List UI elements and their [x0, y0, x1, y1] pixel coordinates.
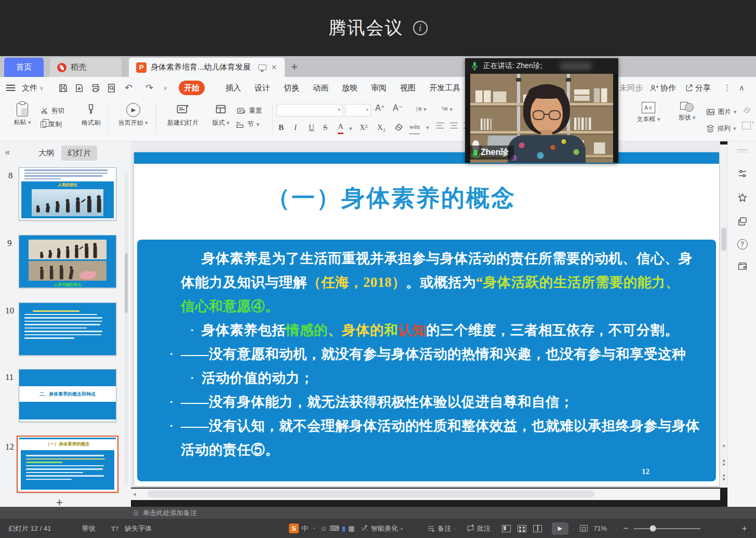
- tab-outline[interactable]: 大纲: [32, 146, 60, 161]
- slide-thumbnail-12-selected[interactable]: （一）身体素养的概念: [17, 436, 118, 493]
- textbox-button[interactable]: A≡ 文本框 ▾: [630, 102, 667, 124]
- clear-format-button[interactable]: [394, 122, 404, 133]
- horizontal-scrollbar[interactable]: ◂: [131, 489, 720, 500]
- arrange-button[interactable]: 排列▾: [706, 122, 736, 135]
- bold-button[interactable]: B: [278, 121, 284, 134]
- new-tab-button[interactable]: +: [291, 60, 298, 74]
- cut-button[interactable]: 剪切: [41, 104, 64, 117]
- picture-button[interactable]: 图片▾: [706, 105, 737, 119]
- align-center-button[interactable]: [450, 123, 458, 130]
- horizontal-scrollbar-thumb[interactable]: [148, 491, 594, 497]
- menu-tab-transition[interactable]: 切换: [278, 81, 304, 95]
- more-options-icon[interactable]: ⋮: [723, 77, 731, 99]
- fit-window-button[interactable]: [580, 519, 588, 538]
- beautify-button[interactable]: 智能美化 ▴: [361, 519, 403, 538]
- reset-button[interactable]: 重置: [236, 104, 262, 117]
- vertical-scrollbar[interactable]: [720, 145, 727, 488]
- subscript-button[interactable]: X₂: [377, 121, 386, 134]
- paste-button[interactable]: 粘贴 ▾: [7, 103, 37, 127]
- play-current-button[interactable]: ▶ 当页开始 ▾: [112, 103, 154, 127]
- comments-button[interactable]: 批注: [467, 519, 490, 538]
- section-button[interactable]: 节▾: [236, 117, 262, 131]
- zoom-out-button[interactable]: −: [624, 519, 629, 538]
- video-call-overlay[interactable]: 正在讲话: Zhen珍;: [465, 58, 618, 163]
- hamburger-icon[interactable]: [6, 77, 15, 99]
- panel-scrollbar-thumb[interactable]: [125, 253, 128, 313]
- more-chevron-icon[interactable]: ∨: [163, 77, 167, 99]
- duplicate-window-icon[interactable]: [728, 216, 756, 229]
- pinyin-chevron[interactable]: ▾: [426, 121, 429, 134]
- tab-home[interactable]: 首页: [4, 58, 44, 77]
- superscript-button[interactable]: X²: [360, 121, 367, 134]
- resource-box-icon[interactable]: [728, 261, 756, 273]
- scroll-down-icon[interactable]: ▾: [720, 443, 727, 449]
- zoom-level[interactable]: 71%: [593, 519, 607, 538]
- font-size-select[interactable]: [345, 104, 371, 116]
- font-color-button[interactable]: A: [338, 121, 343, 134]
- fill-bucket-icon[interactable]: [742, 105, 752, 115]
- format-painter-button[interactable]: 格式刷: [76, 103, 106, 127]
- tab-docer[interactable]: 稻壳: [50, 58, 122, 77]
- vertical-scrollbar-thumb[interactable]: [721, 228, 726, 251]
- properties-sliders-icon[interactable]: [728, 168, 756, 181]
- menu-tab-slideshow[interactable]: 放映: [337, 81, 363, 95]
- theme-name[interactable]: 带状: [82, 519, 96, 538]
- slide-canvas[interactable]: （一）身体素养的概念 身体素养是为了生活而重视并承担参与身体活动的责任所需要的动…: [134, 152, 719, 486]
- italic-button[interactable]: I: [294, 121, 297, 134]
- numbered-list-button[interactable]: ¹≡ ▾: [442, 105, 453, 113]
- menu-tab-design[interactable]: 设计: [249, 81, 275, 95]
- underline-button[interactable]: U: [309, 121, 314, 134]
- new-slide-button[interactable]: 新建幻灯片: [160, 103, 206, 127]
- slide-thumbnail-10[interactable]: [19, 303, 116, 356]
- expand-arrow-icon[interactable]: ›: [752, 119, 754, 126]
- redo-button[interactable]: ↷: [145, 77, 153, 99]
- ime-skin-icon[interactable]: ▮: [342, 524, 346, 532]
- print-preview-button[interactable]: [107, 77, 116, 99]
- bullet-list-button[interactable]: ⁝≡ ▾: [416, 105, 427, 113]
- layout-button[interactable]: 版式 ▾: [207, 103, 235, 127]
- ime-keyboard-icon[interactable]: ⌨: [329, 524, 339, 532]
- strikethrough-button[interactable]: S: [323, 121, 327, 134]
- view-sorter-button[interactable]: [518, 519, 526, 538]
- decrease-font-button[interactable]: A⁻: [393, 103, 403, 113]
- share-button[interactable]: 分享: [685, 77, 711, 99]
- info-icon[interactable]: i: [413, 21, 428, 35]
- menu-tab-view[interactable]: 视图: [395, 81, 421, 95]
- shapes-button[interactable]: 形状 ▾: [670, 102, 704, 122]
- view-normal-button[interactable]: [502, 519, 511, 538]
- scroll-left-icon[interactable]: ◂: [133, 491, 136, 497]
- next-slide-button[interactable]: ▾▾: [720, 474, 727, 481]
- previous-slide-button[interactable]: ▴▴: [720, 458, 727, 466]
- export-button[interactable]: [74, 77, 84, 99]
- ime-punctuation-icon[interactable]: ・: [311, 524, 317, 533]
- font-color-chevron[interactable]: ▾: [349, 122, 352, 135]
- tab-close-icon[interactable]: ×: [272, 62, 277, 73]
- missing-font-label[interactable]: 缺失字体: [125, 519, 152, 538]
- collapse-ribbon-icon[interactable]: ∧: [739, 77, 745, 99]
- cast-monitor-icon[interactable]: [258, 64, 267, 70]
- view-reading-button[interactable]: [533, 519, 542, 538]
- menu-tab-animation[interactable]: 动画: [308, 81, 334, 95]
- menu-tab-devtools[interactable]: 开发工具: [424, 81, 466, 95]
- copy-button[interactable]: 复制: [41, 117, 64, 131]
- panel-scrollbar[interactable]: [125, 173, 128, 484]
- collaborate-button[interactable]: 协作: [649, 77, 676, 99]
- slideshow-play-button[interactable]: ▶: [552, 519, 568, 538]
- tab-slides[interactable]: 幻灯片: [61, 146, 97, 161]
- help-icon[interactable]: ?: [728, 239, 756, 250]
- ime-tray[interactable]: S 中 ・ ☺ ⌨ ▮ ▦: [289, 519, 355, 538]
- effects-star-icon[interactable]: [728, 192, 756, 205]
- menu-tab-insert[interactable]: 插入: [220, 81, 246, 95]
- undo-button[interactable]: ↶·: [125, 77, 137, 99]
- zoom-slider[interactable]: [634, 519, 700, 538]
- zoom-slider-knob[interactable]: [649, 525, 656, 532]
- ime-toolbox-icon[interactable]: ▦: [348, 524, 354, 532]
- increase-font-button[interactable]: A⁺: [375, 103, 385, 113]
- pinyin-button[interactable]: wén: [409, 121, 420, 134]
- collapse-panel-icon[interactable]: «: [5, 148, 10, 157]
- slide-thumbnail-9[interactable]: 人类可能的退化: [19, 235, 116, 288]
- file-menu[interactable]: 文件 ∨: [22, 77, 44, 99]
- zoom-in-button[interactable]: +: [742, 519, 747, 538]
- font-name-select[interactable]: [276, 104, 343, 116]
- rail-drag-handle[interactable]: [728, 148, 756, 154]
